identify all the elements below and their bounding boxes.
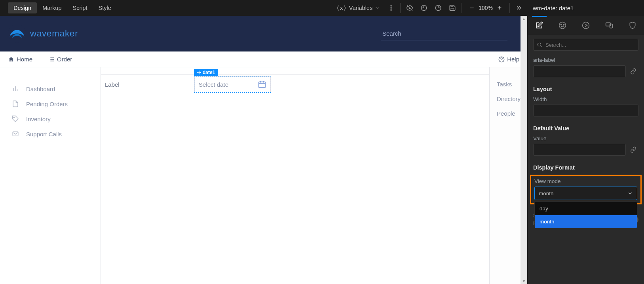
tab-markup[interactable]: Markup bbox=[37, 2, 67, 13]
topbar-tabs: Design Markup Script Style bbox=[0, 2, 117, 13]
prop-tab-device[interactable] bbox=[597, 16, 621, 35]
date-input-placeholder: Select date bbox=[199, 81, 228, 88]
zoom-percent: 100% bbox=[479, 5, 493, 11]
prop-tab-events[interactable] bbox=[574, 16, 598, 35]
sidebar-item-label: Support Calls bbox=[26, 131, 62, 137]
view-mode-selected-value: month bbox=[539, 191, 554, 196]
svg-point-27 bbox=[563, 24, 564, 25]
svg-point-0 bbox=[391, 5, 392, 6]
value-input[interactable] bbox=[533, 144, 626, 156]
nav-help-label: Help bbox=[507, 56, 519, 63]
view-mode-option-month[interactable]: month bbox=[535, 215, 637, 228]
widget-tag-name: date1 bbox=[203, 70, 215, 75]
save-button[interactable] bbox=[447, 3, 458, 13]
page-body: Dashboard Pending Orders Inventory Suppo… bbox=[0, 67, 527, 284]
sidebar-item-support-calls[interactable]: Support Calls bbox=[0, 126, 101, 141]
canvas-scrollbar[interactable]: ▲ ▼ bbox=[521, 16, 527, 284]
view-mode-option-day[interactable]: day bbox=[535, 202, 637, 215]
undo-button[interactable] bbox=[419, 3, 429, 13]
brand-logo[interactable]: wavemaker bbox=[8, 25, 78, 43]
home-icon bbox=[8, 56, 14, 63]
prop-tab-style[interactable] bbox=[551, 16, 574, 35]
variables-icon: (x) bbox=[336, 5, 347, 11]
date-input-outline: Select date bbox=[194, 76, 271, 93]
prop-tab-properties[interactable] bbox=[528, 16, 551, 35]
view-mode-label: View mode bbox=[534, 178, 637, 184]
aria-label-label: aria-label bbox=[533, 57, 638, 63]
nav-order-label: Order bbox=[57, 56, 72, 63]
nav-home[interactable]: Home bbox=[8, 56, 32, 63]
widget-selection-tag[interactable]: date1 bbox=[194, 69, 218, 76]
svg-point-5 bbox=[8, 25, 26, 43]
chevron-down-icon bbox=[627, 191, 633, 196]
properties-panel: aria-label Layout Width Default Value Va… bbox=[527, 16, 644, 284]
svg-point-33 bbox=[538, 43, 541, 46]
file-icon bbox=[12, 100, 19, 107]
zoom-out-button[interactable]: − bbox=[467, 4, 476, 12]
svg-line-34 bbox=[541, 46, 542, 47]
variables-button[interactable]: (x) Variables bbox=[334, 3, 382, 13]
tab-script[interactable]: Script bbox=[67, 2, 93, 13]
properties-search-input[interactable] bbox=[545, 42, 635, 48]
properties-title-prefix: wm-date: bbox=[533, 5, 557, 11]
view-mode-select-display[interactable]: month bbox=[534, 187, 637, 200]
sidebar-item-label: Dashboard bbox=[26, 86, 55, 92]
page-search bbox=[381, 27, 507, 40]
value-label: Value bbox=[533, 135, 638, 141]
page-nav: Home Order Help bbox=[0, 51, 527, 67]
tab-style[interactable]: Style bbox=[93, 2, 117, 13]
zoom-in-button[interactable]: + bbox=[495, 4, 504, 12]
form-row: Label date1 Select date bbox=[101, 74, 489, 94]
nav-order[interactable]: Order bbox=[48, 56, 72, 63]
date-input[interactable]: Select date bbox=[194, 76, 271, 92]
svg-point-28 bbox=[561, 26, 562, 27]
date-widget[interactable]: date1 Select date bbox=[194, 76, 271, 93]
redo-button[interactable] bbox=[433, 3, 443, 13]
top-bar: Design Markup Script Style (x) Variables… bbox=[0, 0, 644, 16]
properties-tabs bbox=[528, 16, 644, 35]
scroll-down-icon[interactable]: ▼ bbox=[522, 278, 526, 284]
view-mode-select[interactable]: month day month bbox=[534, 187, 637, 200]
divider bbox=[509, 3, 510, 13]
svg-point-29 bbox=[563, 26, 564, 27]
design-canvas: wavemaker Home Order Help bbox=[0, 16, 527, 284]
scroll-up-icon[interactable]: ▲ bbox=[522, 16, 526, 22]
variables-label: Variables bbox=[349, 5, 372, 11]
sidebar-item-pending-orders[interactable]: Pending Orders bbox=[0, 96, 101, 111]
prop-tab-security[interactable] bbox=[621, 16, 644, 35]
search-icon bbox=[537, 42, 542, 48]
svg-point-1 bbox=[391, 8, 392, 9]
help-icon bbox=[498, 56, 505, 63]
view-mode-highlight: View mode month day month bbox=[530, 175, 642, 204]
properties-title: wm-date: date1 bbox=[527, 0, 644, 16]
sidebar-item-inventory[interactable]: Inventory bbox=[0, 111, 101, 126]
page-search-input[interactable] bbox=[381, 27, 507, 40]
visibility-off-icon[interactable] bbox=[405, 3, 415, 13]
expand-panel-button[interactable] bbox=[514, 3, 524, 13]
move-icon bbox=[197, 71, 201, 74]
center-canvas[interactable]: Label date1 Select date bbox=[101, 67, 489, 284]
width-label: Width bbox=[533, 96, 638, 102]
calendar-icon bbox=[258, 80, 266, 89]
zoom-group: − 100% + bbox=[466, 4, 505, 12]
svg-rect-21 bbox=[259, 82, 266, 88]
brand-text: wavemaker bbox=[30, 29, 78, 39]
bind-value-button[interactable] bbox=[628, 144, 638, 156]
list-icon bbox=[48, 56, 55, 63]
divider bbox=[462, 3, 462, 13]
wavemaker-logo-icon bbox=[8, 25, 26, 43]
left-sidebar: Dashboard Pending Orders Inventory Suppo… bbox=[0, 67, 101, 284]
more-menu-button[interactable] bbox=[386, 3, 396, 13]
width-input[interactable] bbox=[533, 105, 638, 116]
properties-search bbox=[528, 35, 644, 55]
topbar-right: (x) Variables − 100% + bbox=[334, 3, 527, 13]
section-display-format: Display Format bbox=[533, 164, 638, 171]
sidebar-item-label: Pending Orders bbox=[26, 101, 68, 107]
bind-aria-label-button[interactable] bbox=[628, 65, 638, 77]
tab-design[interactable]: Design bbox=[8, 2, 37, 13]
sidebar-item-dashboard[interactable]: Dashboard bbox=[0, 81, 101, 96]
aria-label-input[interactable] bbox=[533, 65, 626, 77]
form-label: Label bbox=[101, 81, 194, 88]
nav-help[interactable]: Help bbox=[498, 56, 519, 63]
page-header: wavemaker bbox=[0, 16, 527, 51]
